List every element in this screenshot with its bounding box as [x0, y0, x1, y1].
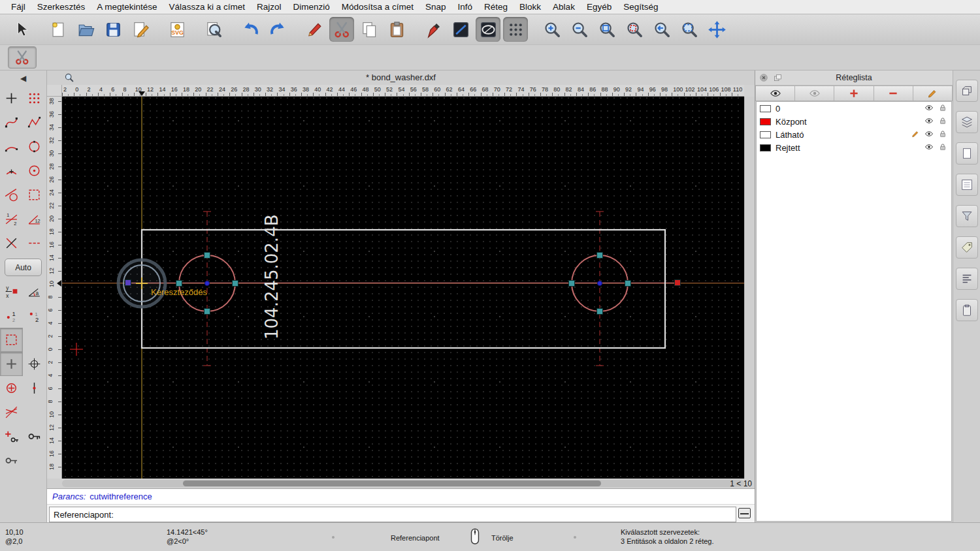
menu-item-seg-ts-g[interactable]: Segítség [617, 0, 664, 14]
svg-export-button[interactable]: SVG [165, 17, 189, 42]
layer-lock-icon[interactable] [934, 129, 948, 140]
snap-rays-button[interactable] [0, 400, 23, 424]
command-input[interactable] [49, 507, 736, 522]
menu-item-r-teg[interactable]: Réteg [478, 0, 514, 14]
zoom-auto-button[interactable] [595, 17, 619, 42]
menu-item-m-dos-tsa-a-c-met[interactable]: Módosítsa a címet [336, 0, 419, 14]
snap-crosshair-button[interactable] [23, 352, 46, 376]
undo-button[interactable] [238, 17, 263, 42]
palette-back-button[interactable]: ◀ [0, 71, 46, 86]
keyboard-toggle-icon[interactable] [738, 508, 751, 518]
snap-free-button[interactable] [0, 352, 23, 376]
layer-lock-icon[interactable] [934, 103, 948, 114]
menu-item-szerkeszt-s[interactable]: Szerkesztés [31, 0, 91, 14]
show-all-layers-button[interactable] [755, 86, 795, 101]
menu-item-ablak[interactable]: Ablak [547, 0, 581, 14]
dock-command-history-button[interactable] [956, 268, 978, 290]
snap-grid-button[interactable] [503, 17, 528, 42]
drawing-canvas[interactable]: 104.245.02.4BKereszteződés [62, 97, 744, 479]
zoom-out-button[interactable] [567, 17, 592, 42]
layer-visibility-eye-icon[interactable] [921, 129, 934, 140]
tool-point-button[interactable] [0, 86, 23, 110]
cut-with-reference-button[interactable] [8, 46, 37, 69]
dock-layers-button[interactable] [956, 111, 978, 133]
menu-item-dimenzi-[interactable]: Dimenzió [287, 0, 335, 14]
open-document-button[interactable] [73, 17, 98, 42]
layer-visibility-eye-icon[interactable] [921, 116, 934, 127]
vertical-scroll-strip[interactable] [744, 97, 755, 479]
menu-item-a-megtekint-se[interactable]: A megtekintése [91, 0, 163, 14]
panel-detach-icon[interactable] [772, 72, 783, 83]
zoom-selected-button[interactable] [622, 17, 647, 42]
dock-blocks-button[interactable] [956, 80, 978, 102]
tool-circle-center-button[interactable] [23, 159, 46, 183]
save-document-button[interactable] [101, 17, 125, 42]
tool-polyline-button[interactable] [23, 110, 46, 134]
tool-arc-button[interactable] [0, 134, 23, 159]
layer-lock-icon[interactable] [934, 116, 948, 127]
hide-all-layers-button[interactable] [795, 86, 834, 101]
zoom-window-button[interactable] [677, 17, 702, 42]
layer-row-rejtett[interactable]: Rejtett [757, 141, 951, 154]
zoom-in-button[interactable] [540, 17, 564, 42]
menu-item-blokk[interactable]: Blokk [514, 0, 547, 14]
add-layer-button[interactable] [834, 86, 874, 101]
tool-line-bisector-button[interactable]: 12 [0, 207, 23, 231]
horizontal-scrollbar-thumb[interactable] [183, 480, 601, 486]
tool-rect-select-button[interactable] [23, 183, 46, 207]
remove-layer-button[interactable] [874, 86, 913, 101]
select-window-button[interactable] [0, 328, 23, 352]
layer-visibility-eye-icon[interactable] [921, 103, 934, 114]
edit-document-button[interactable] [128, 17, 153, 42]
horizontal-scrollbar[interactable] [62, 480, 744, 487]
dock-entity-list-button[interactable] [956, 174, 978, 196]
redo-button[interactable] [265, 17, 290, 42]
snap-lock-key-button[interactable] [0, 424, 23, 449]
layer-visibility-eye-icon[interactable] [921, 142, 934, 153]
layer-row-0[interactable]: 0 [757, 102, 951, 115]
menu-item-egy-b[interactable]: Egyéb [581, 0, 617, 14]
tool-tangent-line-button[interactable] [0, 183, 23, 207]
menu-item-inf-[interactable]: Infó [452, 0, 479, 14]
dock-page-button[interactable] [956, 142, 978, 165]
line-attributes-button[interactable] [448, 17, 473, 42]
zoom-previous-button[interactable] [649, 17, 674, 42]
snap-center-button[interactable] [0, 376, 23, 400]
menu-item-v-lassza-ki-a-c-met[interactable]: Válassza ki a címet [163, 0, 251, 14]
tool-line-cross-button[interactable] [0, 231, 23, 255]
modify-layer-button[interactable] [913, 86, 953, 101]
ref-point-a-button[interactable]: 12 [0, 304, 23, 328]
tool-line-horizontal-button[interactable] [23, 231, 46, 255]
delete-pencil-button[interactable] [302, 17, 327, 42]
dock-clipboard-button[interactable] [956, 299, 978, 321]
tool-point-grid-button[interactable] [23, 86, 46, 110]
tool-spline-button[interactable] [0, 110, 23, 134]
copy-button[interactable] [357, 17, 382, 42]
lock-key-button[interactable] [0, 449, 23, 473]
new-document-button[interactable] [46, 17, 71, 42]
ellipse-tool-button[interactable] [476, 17, 500, 42]
dock-filter-button[interactable] [956, 205, 978, 227]
layer-row-k-zpont[interactable]: Központ [757, 115, 951, 128]
layer-row-l-that-[interactable]: Látható [757, 128, 951, 141]
panel-close-icon[interactable] [759, 72, 769, 83]
tool-line-angle-button[interactable]: 12 [23, 207, 46, 231]
snap-vertical-button[interactable] [23, 376, 46, 400]
select-pointer-button[interactable] [9, 17, 34, 42]
dock-tags-button[interactable] [956, 236, 978, 259]
menu-item-rajzol[interactable]: Rajzol [251, 0, 287, 14]
layer-lock-icon[interactable] [934, 142, 948, 153]
menu-item-snap[interactable]: Snap [419, 0, 452, 14]
print-preview-button[interactable] [201, 17, 226, 42]
cut-button[interactable] [329, 17, 354, 42]
coord-cartesian-button[interactable]: yx [0, 279, 23, 304]
lock-key-zero-button[interactable] [23, 424, 46, 449]
coord-polar-button[interactable]: a [23, 279, 46, 304]
snap-auto-button[interactable]: Auto [5, 259, 42, 276]
menu-item-f-jl[interactable]: Fájl [5, 0, 31, 14]
paste-button[interactable] [384, 17, 409, 42]
tool-arc-center-button[interactable] [0, 159, 23, 183]
zoom-pan-button[interactable] [704, 17, 729, 42]
tool-circle-button[interactable] [23, 134, 46, 159]
ref-point-b-button[interactable]: 12 [23, 304, 46, 328]
